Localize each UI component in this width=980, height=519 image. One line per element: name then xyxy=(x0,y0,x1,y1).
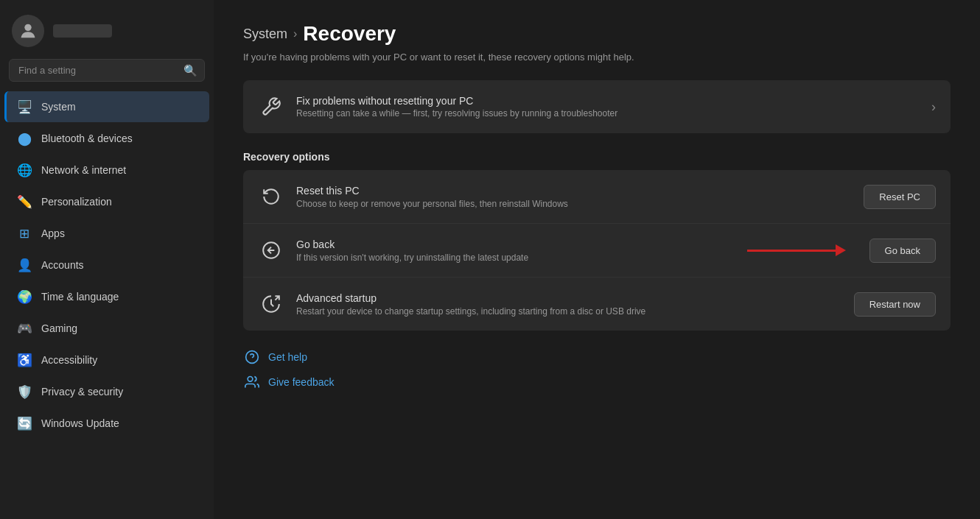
sidebar-item-accessibility[interactable]: ♿ Accessibility xyxy=(4,345,209,375)
nav-list: 🖥️ System ⬤ Bluetooth & devices 🌐 Networ… xyxy=(0,91,214,439)
update-icon: 🔄 xyxy=(16,415,32,431)
sidebar-item-label: Bluetooth & devices xyxy=(41,133,133,144)
user-section xyxy=(0,7,214,59)
get-help-icon xyxy=(243,348,261,366)
get-help-label: Get help xyxy=(268,351,307,363)
feedback-label: Give feedback xyxy=(268,376,335,388)
sidebar-item-network[interactable]: 🌐 Network & internet xyxy=(4,155,209,186)
get-help-link[interactable]: Get help xyxy=(243,348,951,366)
sidebar-item-gaming[interactable]: 🎮 Gaming xyxy=(4,313,209,344)
svg-point-4 xyxy=(248,377,253,382)
breadcrumb-separator: › xyxy=(293,27,297,40)
avatar xyxy=(12,15,44,47)
red-arrow xyxy=(747,244,846,256)
sidebar-item-label: System xyxy=(41,101,76,113)
sidebar-item-privacy[interactable]: 🛡️ Privacy & security xyxy=(4,376,209,407)
section-title: Recovery options xyxy=(243,151,951,163)
fix-text: Fix problems without resetting your PC R… xyxy=(296,95,920,119)
option-title: Go back xyxy=(296,239,565,250)
sidebar-item-accounts[interactable]: 👤 Accounts xyxy=(4,250,209,280)
recovery-options-list: Reset this PC Choose to keep or remove y… xyxy=(243,170,951,331)
sidebar-item-label: Gaming xyxy=(41,322,77,334)
give-feedback-link[interactable]: Give feedback xyxy=(243,373,951,391)
time-icon: 🌍 xyxy=(16,289,32,305)
option-reset-pc: Reset this PC Choose to keep or remove y… xyxy=(243,170,951,224)
chevron-right-icon: › xyxy=(931,99,936,115)
reset-icon xyxy=(258,183,284,210)
sidebar-item-label: Accessibility xyxy=(41,354,97,366)
sidebar-item-system[interactable]: 🖥️ System xyxy=(4,91,209,122)
fix-desc: Resetting can take a while — first, try … xyxy=(296,108,920,119)
search-input[interactable] xyxy=(9,59,205,82)
sidebar-item-personalization[interactable]: ✏️ Personalization xyxy=(4,186,209,217)
option-advanced-startup: Advanced startup Restart your device to … xyxy=(243,278,951,331)
accounts-icon: 👤 xyxy=(16,257,32,273)
option-go-back: Go back If this version isn't working, t… xyxy=(243,224,951,278)
sidebar-item-label: Apps xyxy=(41,227,65,239)
breadcrumb: System › Recovery xyxy=(243,22,951,46)
sidebar-item-bluetooth[interactable]: ⬤ Bluetooth & devices xyxy=(4,123,209,154)
fix-problems-card[interactable]: Fix problems without resetting your PC R… xyxy=(243,80,951,133)
fix-title: Fix problems without resetting your PC xyxy=(296,95,920,107)
option-title: Reset this PC xyxy=(296,185,852,197)
help-section: Get help Give feedback xyxy=(243,348,951,391)
sidebar: 🔍 🖥️ System ⬤ Bluetooth & devices 🌐 Netw… xyxy=(0,0,214,519)
personalization-icon: ✏️ xyxy=(16,194,32,210)
network-icon: 🌐 xyxy=(16,162,32,178)
sidebar-item-update[interactable]: 🔄 Windows Update xyxy=(4,408,209,439)
search-box[interactable]: 🔍 xyxy=(9,59,205,82)
sidebar-item-label: Personalization xyxy=(41,196,112,208)
option-text: Advanced startup Restart your device to … xyxy=(296,292,842,317)
sidebar-item-label: Accounts xyxy=(41,259,84,271)
option-title: Advanced startup xyxy=(296,292,842,304)
arrow-annotation xyxy=(577,244,858,256)
search-icon: 🔍 xyxy=(183,64,197,77)
go-back-icon xyxy=(258,237,284,264)
gaming-icon: 🎮 xyxy=(16,320,32,336)
fix-icon xyxy=(258,93,284,120)
go-back-button[interactable]: Go back xyxy=(869,239,936,263)
main-content: System › Recovery If you're having probl… xyxy=(214,0,980,519)
red-arrow-head xyxy=(836,244,846,256)
sidebar-item-label: Windows Update xyxy=(41,417,119,429)
option-text: Go back If this version isn't working, t… xyxy=(296,239,565,263)
option-desc: Choose to keep or remove your personal f… xyxy=(296,199,852,209)
sidebar-item-label: Time & language xyxy=(41,291,119,303)
reset-pc-button[interactable]: Reset PC xyxy=(864,185,936,209)
feedback-icon xyxy=(243,373,261,391)
sidebar-item-label: Privacy & security xyxy=(41,386,123,398)
option-text: Reset this PC Choose to keep or remove y… xyxy=(296,185,852,209)
option-desc: Restart your device to change startup se… xyxy=(296,306,842,317)
privacy-icon: 🛡️ xyxy=(16,384,32,400)
sidebar-item-apps[interactable]: ⊞ Apps xyxy=(4,218,209,249)
svg-point-0 xyxy=(24,24,31,31)
username-bar xyxy=(53,24,112,38)
accessibility-icon: ♿ xyxy=(16,352,32,368)
system-icon: 🖥️ xyxy=(16,99,32,115)
sidebar-item-label: Network & internet xyxy=(41,164,126,176)
sidebar-item-time[interactable]: 🌍 Time & language xyxy=(4,281,209,312)
page-subtitle: If you're having problems with your PC o… xyxy=(243,52,951,63)
red-arrow-line xyxy=(747,250,836,252)
breadcrumb-parent: System xyxy=(243,27,287,42)
advanced-startup-icon xyxy=(258,291,284,317)
page-title: Recovery xyxy=(303,22,396,46)
restart-now-button[interactable]: Restart now xyxy=(854,292,936,317)
option-desc: If this version isn't working, try unins… xyxy=(296,253,565,263)
bluetooth-icon: ⬤ xyxy=(16,130,32,146)
apps-icon: ⊞ xyxy=(16,225,32,241)
